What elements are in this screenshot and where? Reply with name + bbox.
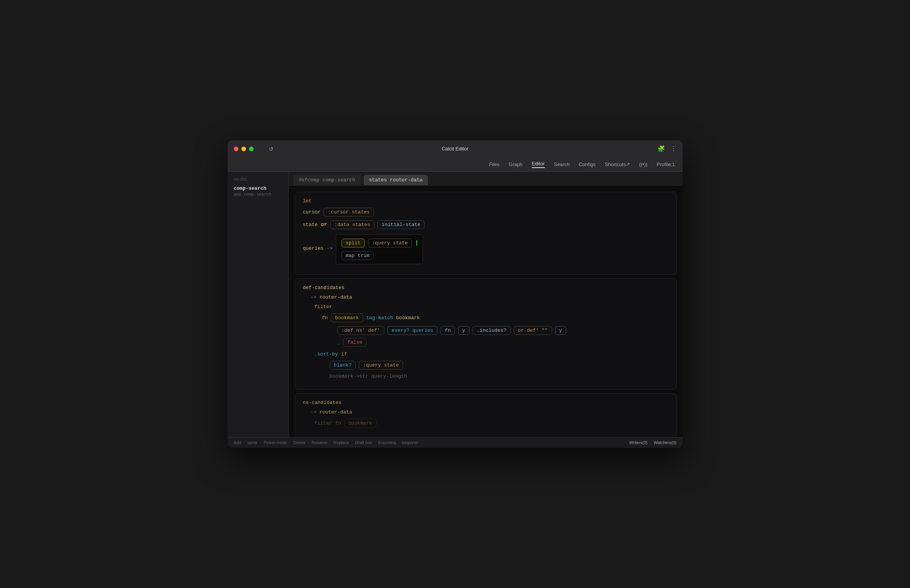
state-label: state	[303, 222, 318, 228]
def-ns-row: :def ns' def' every? queries fn y .inclu…	[337, 326, 669, 335]
if-label: if	[341, 351, 347, 357]
or-token: or	[321, 221, 327, 228]
defcand-arrow-row: -> router-data	[311, 294, 669, 300]
sortby-label: .sort-by	[314, 351, 338, 357]
cursor-value[interactable]: :cursor states	[324, 208, 374, 216]
ns-fn-label: fn	[335, 420, 341, 426]
ns-filter-partial: filter fn bookmark	[314, 419, 669, 428]
statusbar-watchers[interactable]: Watchers(0)	[654, 440, 677, 445]
statusbar-draftbox[interactable]: Draft box	[355, 440, 372, 445]
menu-icon[interactable]: ⋮	[670, 145, 677, 152]
state-initial[interactable]: initial-state	[377, 220, 424, 229]
every-pill[interactable]: every? queries	[387, 326, 437, 335]
statusbar-same[interactable]: same	[247, 440, 257, 445]
blank-row: blank? :query state	[330, 361, 669, 370]
false-row: _ false	[337, 338, 669, 347]
titlebar: ↺ Calcit Editor 🧩 ⋮	[228, 141, 683, 157]
false-pill[interactable]: false	[343, 338, 366, 347]
titlebar-actions: 🧩 ⋮	[657, 145, 677, 152]
editor-area: defcomp comp-search states router-data l…	[289, 172, 683, 448]
statusbar-beginner[interactable]: beginner	[402, 440, 419, 445]
nav-editor[interactable]: Editor	[532, 161, 545, 168]
y-last-pill[interactable]: y	[555, 326, 567, 335]
tab-defcomp[interactable]: defcomp comp-search	[293, 175, 361, 185]
blank-pill[interactable]: blank?	[330, 361, 356, 370]
cursor-bar	[416, 240, 417, 246]
filter-section: filter fn bookmark tag-match bookmark	[314, 304, 669, 347]
def-ns-pill[interactable]: :def ns' def'	[337, 326, 384, 335]
filter-row: filter	[314, 304, 669, 310]
state-row: state or :data states initial-state	[303, 220, 669, 229]
let-keyword: let	[303, 198, 669, 204]
state-data[interactable]: :data states	[330, 220, 374, 229]
y-pill[interactable]: y	[458, 326, 470, 335]
includes-pill[interactable]: .includes?	[473, 326, 511, 335]
nav-radio[interactable]: ((•))	[639, 162, 648, 167]
filter-label: filter	[314, 304, 332, 310]
refresh-icon[interactable]: ↺	[269, 146, 274, 152]
cursor-label: cursor	[303, 209, 321, 215]
statusbar-rename[interactable]: Rename	[312, 440, 328, 445]
underscore: _	[337, 339, 340, 345]
nav-graph[interactable]: Graph	[509, 162, 523, 167]
queries-nested: split :query state map trim	[336, 234, 423, 264]
or-def-pill[interactable]: or def' ""	[514, 326, 552, 335]
tagmatch-bookmark: bookmark	[396, 315, 420, 321]
statusbar-right: Writers(0) Watchers(0)	[629, 440, 677, 445]
nav-files[interactable]: Files	[489, 162, 499, 167]
statusbar-pickermode[interactable]: Picker-mode	[264, 440, 287, 445]
nscandidates-block: ns-candidates -> router-data filter fn b…	[295, 393, 677, 438]
router-data-label: router-data	[319, 294, 352, 300]
main-layout: no doc comp-search app.comp.search defco…	[228, 172, 683, 448]
ns-filter-label: filter	[314, 420, 332, 426]
queries-label: queries	[303, 246, 324, 251]
nav-search[interactable]: Search	[554, 162, 570, 167]
close-button[interactable]	[234, 147, 238, 151]
sortby-section: .sort-by if blank? :query state bookmark…	[314, 351, 669, 379]
fn-label: fn	[322, 315, 328, 321]
nav-shortcuts[interactable]: Shortcuts↗	[605, 162, 630, 167]
split-row: split :query state	[342, 239, 418, 247]
nav-configs[interactable]: Configs	[579, 162, 596, 167]
cursor-row: cursor :cursor states	[303, 208, 669, 216]
ns-arrow-row: -> router-data	[311, 409, 669, 415]
statusbar-add[interactable]: Add	[234, 440, 241, 445]
statusbar-exporting[interactable]: Exporting	[378, 440, 396, 445]
code-content: let cursor :cursor states state or :data…	[289, 186, 683, 448]
fn2-pill[interactable]: fn	[440, 326, 455, 335]
bookmarkstr-row: bookmark->str query-length	[330, 373, 669, 379]
tab-states-router[interactable]: states router-data	[364, 175, 428, 185]
sidebar: no doc comp-search app.comp.search	[228, 172, 289, 448]
bookmark-pill[interactable]: bookmark	[331, 313, 363, 322]
let-block: let cursor :cursor states state or :data…	[295, 192, 677, 275]
query-state-pill[interactable]: :query state	[368, 239, 412, 247]
comp-name: comp-search	[234, 186, 282, 191]
comp-path: app.comp.search	[234, 192, 282, 197]
minimize-button[interactable]	[241, 147, 246, 151]
queries-row: queries -> split :query state map trim	[303, 233, 669, 264]
traffic-lights	[234, 147, 254, 151]
maximize-button[interactable]	[249, 147, 254, 151]
bookmarkstr: bookmark->str query-length	[330, 373, 407, 379]
map-row: map trim	[342, 251, 418, 260]
defcand-arrow: ->	[311, 294, 317, 300]
ns-arrow: ->	[311, 409, 317, 415]
statusbar: Add same Picker-mode Delete Rename Repla…	[228, 437, 683, 448]
nav-profile[interactable]: Profile:1	[657, 162, 675, 167]
if-block: blank? :query state bookmark->str query-…	[330, 361, 669, 379]
no-doc-label: no doc	[234, 176, 282, 182]
statusbar-delete[interactable]: Delete	[293, 440, 306, 445]
extensions-icon[interactable]: 🧩	[657, 145, 665, 152]
window-title: Calcit Editor	[442, 146, 468, 152]
defcandidates-block: def-candidates -> router-data filter f	[295, 278, 677, 389]
statusbar-replace[interactable]: Replace	[334, 440, 349, 445]
def-rows-wrapper: :def ns' def' every? queries fn y .inclu…	[337, 326, 669, 347]
query-state2-pill[interactable]: :query state	[359, 361, 403, 370]
ns-bookmark-pill[interactable]: bookmark	[344, 419, 376, 428]
statusbar-writers[interactable]: Writers(0)	[629, 440, 648, 445]
nscandidates-label: ns-candidates	[303, 400, 669, 405]
split-pill[interactable]: split	[342, 239, 365, 247]
navbar: Files Graph Editor Search Configs Shortc…	[228, 157, 683, 172]
map-trim-pill[interactable]: map trim	[342, 251, 374, 260]
sidebar-component[interactable]: comp-search app.comp.search	[234, 186, 282, 197]
